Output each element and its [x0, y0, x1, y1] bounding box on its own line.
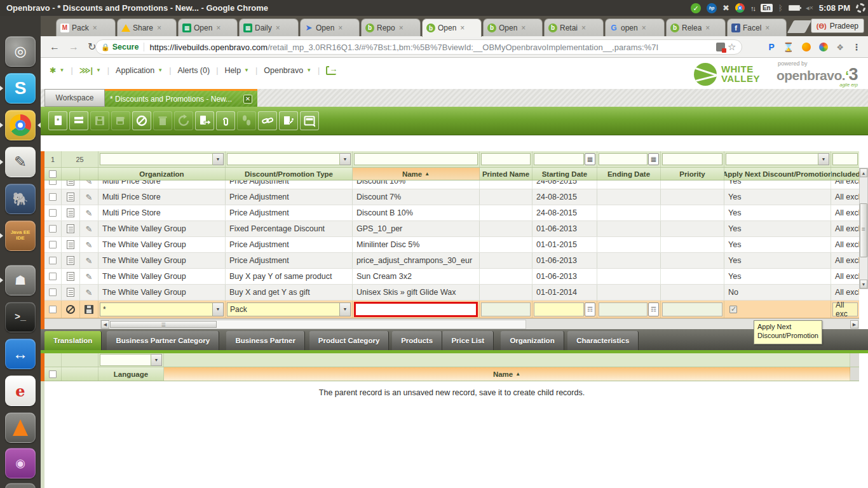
row-checkbox-cell[interactable]: [44, 301, 62, 318]
help-menu[interactable]: Help▼: [224, 66, 249, 75]
filter-language-dropdown[interactable]: ▼: [151, 354, 162, 366]
form-view-icon[interactable]: [67, 288, 74, 297]
tab-close-icon[interactable]: ×: [93, 24, 97, 32]
browser-tab-repo[interactable]: bRepo×: [361, 18, 421, 36]
chrome-tray-icon[interactable]: [735, 3, 745, 13]
form-view-icon[interactable]: [67, 193, 74, 201]
profile-button[interactable]: (Ɵ) Pradeep: [811, 18, 864, 33]
browser-tab-open[interactable]: bOpen×: [422, 18, 482, 37]
app-indicator-icon[interactable]: ✖: [722, 3, 729, 13]
child-tab-business-partner-category[interactable]: Business Partner Category: [107, 331, 219, 350]
tab-workspace[interactable]: Workspace: [44, 89, 105, 107]
filter-organization[interactable]: [100, 153, 213, 165]
new-tab-button[interactable]: [787, 20, 812, 33]
skype-status-icon[interactable]: ✓: [691, 3, 701, 13]
name-input[interactable]: [354, 302, 478, 317]
form-view-icon[interactable]: [67, 240, 74, 249]
application-menu[interactable]: Application▼: [116, 66, 163, 75]
select-all-checkbox[interactable]: [49, 170, 57, 178]
row-checkbox[interactable]: [44, 221, 62, 236]
form-view-icon[interactable]: [67, 208, 74, 217]
close-tab-icon[interactable]: ✕: [243, 95, 252, 104]
content-blocked-icon[interactable]: [716, 43, 725, 51]
new-record-edit-row[interactable]: *▼Pack▼☶☶All exc: [44, 301, 859, 318]
horizontal-scroll-thumb[interactable]: ☰: [110, 321, 217, 328]
edit-pencil-icon[interactable]: ✎: [80, 205, 98, 220]
apply-next-checkbox[interactable]: [729, 306, 737, 313]
launcher-teamviewer-icon[interactable]: ↔: [5, 339, 36, 369]
keyboard-layout-indicator[interactable]: En: [761, 4, 773, 12]
launcher-ubuntu-dash-icon[interactable]: ◎: [5, 36, 36, 67]
edit-pencil-icon[interactable]: ✎: [80, 269, 98, 284]
calendar-icon[interactable]: ▦: [585, 153, 595, 165]
browser-tab-open[interactable]: bOpen×: [483, 18, 543, 36]
vertical-scrollbar[interactable]: ▲ ▼: [859, 168, 868, 289]
column-header-ending-date[interactable]: Ending Date: [597, 168, 661, 180]
column-header-name[interactable]: Name▲: [353, 168, 480, 180]
column-header-organization[interactable]: Organization: [98, 168, 226, 180]
filter-apply-next-dropdown[interactable]: ▼: [818, 153, 829, 165]
filter-priority[interactable]: [662, 153, 722, 165]
filter-included[interactable]: [832, 153, 858, 165]
launcher-text-editor-icon[interactable]: ✎: [5, 147, 36, 177]
edit-pencil-icon[interactable]: ✎: [86, 272, 93, 281]
form-view-icon[interactable]: [67, 224, 74, 233]
filter-name[interactable]: [354, 153, 478, 165]
pager-page-size[interactable]: 25: [62, 151, 98, 167]
grid-row[interactable]: ✎The White Valley GroupPrice Adjustmentp…: [44, 253, 859, 269]
edit-pencil-icon[interactable]: ✎: [86, 288, 93, 297]
column-header-child-name[interactable]: Name▲: [164, 367, 850, 381]
filter-printed-name[interactable]: [481, 153, 531, 165]
extension-orange-icon[interactable]: [802, 43, 811, 51]
link-button[interactable]: [258, 111, 277, 130]
session-gear-icon[interactable]: [856, 3, 865, 13]
launcher-screen-recorder-icon[interactable]: ◉: [5, 448, 36, 478]
row-checkbox[interactable]: [44, 269, 62, 284]
grid-row[interactable]: ✎Multi Price StorePrice AdjustmentDiscou…: [44, 180, 859, 189]
form-view-icon[interactable]: [62, 189, 80, 205]
filter-ending-date[interactable]: [599, 153, 648, 165]
row-checkbox[interactable]: [44, 285, 62, 300]
battery-icon[interactable]: [789, 5, 800, 11]
child-tab-characteristics[interactable]: Characteristics: [567, 331, 639, 350]
row-checkbox[interactable]: [49, 257, 57, 264]
omnibox[interactable]: 🔒 Secure https://livebuilds.openbravo.co…: [95, 39, 742, 55]
included-combo[interactable]: All exc: [832, 302, 858, 316]
filter-type[interactable]: [227, 153, 340, 165]
cancel-icon[interactable]: [66, 305, 75, 314]
launcher-trash-icon[interactable]: ⌸: [5, 483, 36, 488]
quick-create-menu[interactable]: ✱▼: [50, 65, 64, 75]
ending-date-input[interactable]: [599, 302, 648, 316]
quick-launch-menu[interactable]: ⋙|▼: [79, 65, 101, 75]
row-checkbox[interactable]: [49, 288, 57, 296]
network-updown-icon[interactable]: ↑↓: [750, 4, 755, 12]
edit-pencil-icon[interactable]: ✎: [80, 221, 98, 236]
filter-type-dropdown[interactable]: ▼: [340, 153, 351, 165]
launcher-terminal-icon[interactable]: >_: [5, 302, 36, 332]
tab-close-icon[interactable]: ×: [642, 24, 646, 32]
row-checkbox[interactable]: [44, 180, 62, 189]
row-checkbox[interactable]: [49, 273, 57, 280]
forward-button[interactable]: →: [69, 41, 79, 53]
grid-row[interactable]: ✎The White Valley GroupBuy X pay Y of sa…: [44, 269, 859, 285]
grid-row[interactable]: ✎The White Valley GroupFixed Percentage …: [44, 221, 859, 237]
edit-pencil-icon[interactable]: ✎: [86, 240, 93, 250]
scroll-right-icon[interactable]: ▶: [850, 320, 858, 329]
printed-name-input[interactable]: [481, 302, 531, 316]
filter-language[interactable]: [100, 354, 151, 366]
browser-tab-daily[interactable]: ▦Daily×: [239, 18, 299, 36]
browser-tab-pack[interactable]: MPack×: [56, 18, 116, 36]
form-view-icon[interactable]: [62, 269, 80, 284]
browser-tab-relea[interactable]: bRelea×: [666, 18, 726, 36]
edit-pencil-icon[interactable]: ✎: [86, 256, 93, 266]
new-record-button[interactable]: *: [48, 111, 67, 130]
edit-pencil-icon[interactable]: ✎: [86, 224, 93, 234]
filter-starting-date[interactable]: [534, 153, 584, 165]
column-header-type[interactable]: Discount/Promotion Type: [226, 168, 353, 180]
tab-close-icon[interactable]: ×: [765, 24, 770, 32]
column-header-included[interactable]: Included: [831, 168, 859, 180]
scroll-left-icon[interactable]: ◀: [101, 320, 109, 329]
save-row-cell[interactable]: [80, 301, 98, 318]
column-header-starting-date[interactable]: Starting Date: [532, 168, 597, 180]
child-tab-translation[interactable]: Translation: [44, 331, 102, 350]
